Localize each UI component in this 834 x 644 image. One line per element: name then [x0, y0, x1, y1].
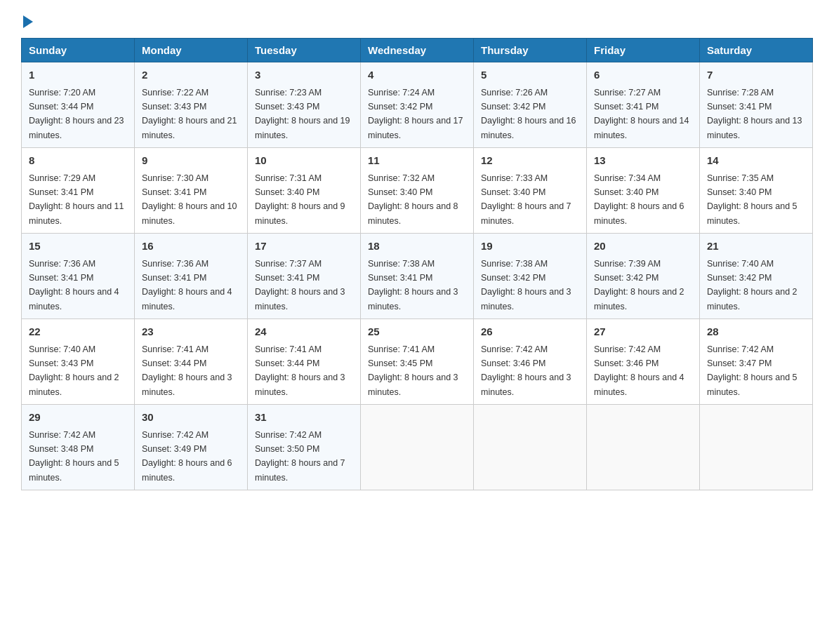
calendar-cell: 10 Sunrise: 7:31 AMSunset: 3:40 PMDaylig…: [248, 148, 361, 234]
day-number: 7: [707, 67, 805, 83]
day-info: Sunrise: 7:22 AMSunset: 3:43 PMDaylight:…: [142, 88, 237, 140]
day-info: Sunrise: 7:33 AMSunset: 3:40 PMDaylight:…: [481, 173, 571, 226]
day-number: 1: [29, 67, 127, 83]
day-info: Sunrise: 7:35 AMSunset: 3:40 PMDaylight:…: [707, 173, 797, 226]
calendar-cell: 21 Sunrise: 7:40 AMSunset: 3:42 PMDaylig…: [700, 234, 813, 319]
calendar-cell: 9 Sunrise: 7:30 AMSunset: 3:41 PMDayligh…: [135, 148, 248, 234]
calendar-cell: 24 Sunrise: 7:41 AMSunset: 3:44 PMDaylig…: [248, 319, 361, 405]
day-number: 4: [368, 67, 466, 83]
day-info: Sunrise: 7:42 AMSunset: 3:49 PMDaylight:…: [142, 430, 232, 483]
day-info: Sunrise: 7:30 AMSunset: 3:41 PMDaylight:…: [142, 173, 237, 226]
weekday-header-wednesday: Wednesday: [361, 39, 474, 62]
logo-arrow-icon: [23, 15, 33, 28]
week-row-3: 15 Sunrise: 7:36 AMSunset: 3:41 PMDaylig…: [22, 234, 813, 319]
day-number: 28: [707, 324, 805, 340]
calendar-cell: 12 Sunrise: 7:33 AMSunset: 3:40 PMDaylig…: [474, 148, 587, 234]
day-info: Sunrise: 7:31 AMSunset: 3:40 PMDaylight:…: [255, 173, 345, 226]
day-info: Sunrise: 7:24 AMSunset: 3:42 PMDaylight:…: [368, 88, 463, 140]
day-info: Sunrise: 7:29 AMSunset: 3:41 PMDaylight:…: [29, 173, 124, 226]
day-info: Sunrise: 7:40 AMSunset: 3:43 PMDaylight:…: [29, 344, 119, 397]
day-number: 27: [594, 324, 692, 340]
calendar-cell: 14 Sunrise: 7:35 AMSunset: 3:40 PMDaylig…: [700, 148, 813, 234]
calendar-cell: 11 Sunrise: 7:32 AMSunset: 3:40 PMDaylig…: [361, 148, 474, 234]
day-number: 14: [707, 153, 805, 169]
day-info: Sunrise: 7:23 AMSunset: 3:43 PMDaylight:…: [255, 88, 350, 140]
day-info: Sunrise: 7:42 AMSunset: 3:46 PMDaylight:…: [594, 344, 684, 397]
day-info: Sunrise: 7:26 AMSunset: 3:42 PMDaylight:…: [481, 88, 576, 140]
day-number: 9: [142, 153, 240, 169]
day-info: Sunrise: 7:38 AMSunset: 3:41 PMDaylight:…: [368, 259, 458, 311]
day-info: Sunrise: 7:40 AMSunset: 3:42 PMDaylight:…: [707, 259, 797, 311]
weekday-header-row: SundayMondayTuesdayWednesdayThursdayFrid…: [22, 39, 813, 62]
day-number: 11: [368, 153, 466, 169]
day-info: Sunrise: 7:41 AMSunset: 3:44 PMDaylight:…: [255, 344, 345, 397]
day-number: 16: [142, 239, 240, 255]
week-row-2: 8 Sunrise: 7:29 AMSunset: 3:41 PMDayligh…: [22, 148, 813, 234]
calendar-cell: 31 Sunrise: 7:42 AMSunset: 3:50 PMDaylig…: [248, 405, 361, 490]
calendar-cell: 5 Sunrise: 7:26 AMSunset: 3:42 PMDayligh…: [474, 62, 587, 148]
day-info: Sunrise: 7:36 AMSunset: 3:41 PMDaylight:…: [29, 259, 119, 311]
day-info: Sunrise: 7:42 AMSunset: 3:46 PMDaylight:…: [481, 344, 571, 397]
day-info: Sunrise: 7:37 AMSunset: 3:41 PMDaylight:…: [255, 259, 345, 311]
day-number: 20: [594, 239, 692, 255]
day-info: Sunrise: 7:27 AMSunset: 3:41 PMDaylight:…: [594, 88, 689, 140]
day-number: 6: [594, 67, 692, 83]
day-info: Sunrise: 7:34 AMSunset: 3:40 PMDaylight:…: [594, 173, 684, 226]
weekday-header-saturday: Saturday: [700, 39, 813, 62]
day-number: 17: [255, 239, 353, 255]
day-info: Sunrise: 7:38 AMSunset: 3:42 PMDaylight:…: [481, 259, 571, 311]
calendar-cell: 29 Sunrise: 7:42 AMSunset: 3:48 PMDaylig…: [22, 405, 135, 490]
day-number: 13: [594, 153, 692, 169]
calendar-cell: 27 Sunrise: 7:42 AMSunset: 3:46 PMDaylig…: [587, 319, 700, 405]
day-number: 19: [481, 239, 579, 255]
day-number: 3: [255, 67, 353, 83]
calendar-table: SundayMondayTuesdayWednesdayThursdayFrid…: [21, 38, 813, 490]
day-number: 29: [29, 410, 127, 426]
weekday-header-monday: Monday: [135, 39, 248, 62]
calendar-cell: 30 Sunrise: 7:42 AMSunset: 3:49 PMDaylig…: [135, 405, 248, 490]
calendar-cell: 20 Sunrise: 7:39 AMSunset: 3:42 PMDaylig…: [587, 234, 700, 319]
day-number: 5: [481, 67, 579, 83]
calendar-cell: [587, 405, 700, 490]
day-number: 10: [255, 153, 353, 169]
weekday-header-thursday: Thursday: [474, 39, 587, 62]
calendar-cell: 22 Sunrise: 7:40 AMSunset: 3:43 PMDaylig…: [22, 319, 135, 405]
day-info: Sunrise: 7:28 AMSunset: 3:41 PMDaylight:…: [707, 88, 802, 140]
day-info: Sunrise: 7:20 AMSunset: 3:44 PMDaylight:…: [29, 88, 124, 140]
week-row-4: 22 Sunrise: 7:40 AMSunset: 3:43 PMDaylig…: [22, 319, 813, 405]
day-number: 23: [142, 324, 240, 340]
day-info: Sunrise: 7:42 AMSunset: 3:47 PMDaylight:…: [707, 344, 797, 397]
calendar-cell: 7 Sunrise: 7:28 AMSunset: 3:41 PMDayligh…: [700, 62, 813, 148]
day-info: Sunrise: 7:41 AMSunset: 3:45 PMDaylight:…: [368, 344, 458, 397]
day-info: Sunrise: 7:39 AMSunset: 3:42 PMDaylight:…: [594, 259, 684, 311]
day-number: 30: [142, 410, 240, 426]
logo: [21, 14, 33, 25]
calendar-cell: 26 Sunrise: 7:42 AMSunset: 3:46 PMDaylig…: [474, 319, 587, 405]
weekday-header-tuesday: Tuesday: [248, 39, 361, 62]
day-number: 24: [255, 324, 353, 340]
day-info: Sunrise: 7:36 AMSunset: 3:41 PMDaylight:…: [142, 259, 232, 311]
day-info: Sunrise: 7:42 AMSunset: 3:48 PMDaylight:…: [29, 430, 119, 483]
calendar-cell: 15 Sunrise: 7:36 AMSunset: 3:41 PMDaylig…: [22, 234, 135, 319]
calendar-cell: [474, 405, 587, 490]
calendar-cell: 25 Sunrise: 7:41 AMSunset: 3:45 PMDaylig…: [361, 319, 474, 405]
day-number: 18: [368, 239, 466, 255]
page-header: [21, 14, 813, 25]
week-row-1: 1 Sunrise: 7:20 AMSunset: 3:44 PMDayligh…: [22, 62, 813, 148]
calendar-cell: 17 Sunrise: 7:37 AMSunset: 3:41 PMDaylig…: [248, 234, 361, 319]
weekday-header-sunday: Sunday: [22, 39, 135, 62]
calendar-cell: [361, 405, 474, 490]
day-number: 31: [255, 410, 353, 426]
day-number: 25: [368, 324, 466, 340]
week-row-5: 29 Sunrise: 7:42 AMSunset: 3:48 PMDaylig…: [22, 405, 813, 490]
calendar-cell: 13 Sunrise: 7:34 AMSunset: 3:40 PMDaylig…: [587, 148, 700, 234]
day-number: 2: [142, 67, 240, 83]
day-number: 12: [481, 153, 579, 169]
calendar-cell: 6 Sunrise: 7:27 AMSunset: 3:41 PMDayligh…: [587, 62, 700, 148]
day-number: 15: [29, 239, 127, 255]
calendar-cell: 2 Sunrise: 7:22 AMSunset: 3:43 PMDayligh…: [135, 62, 248, 148]
weekday-header-friday: Friday: [587, 39, 700, 62]
day-info: Sunrise: 7:32 AMSunset: 3:40 PMDaylight:…: [368, 173, 458, 226]
calendar-cell: 28 Sunrise: 7:42 AMSunset: 3:47 PMDaylig…: [700, 319, 813, 405]
calendar-cell: [700, 405, 813, 490]
